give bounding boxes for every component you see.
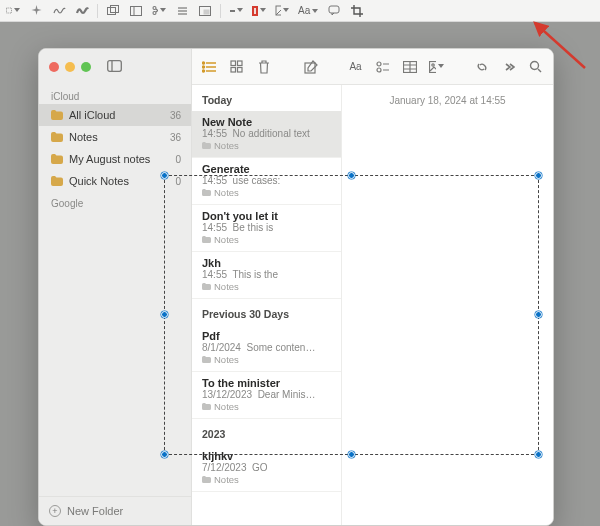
notes-group-label: Previous 30 Days xyxy=(192,299,341,325)
note-title: Don't you let it xyxy=(202,210,331,222)
sidebar-item-label: Notes xyxy=(69,131,98,143)
close-window-icon[interactable] xyxy=(49,62,59,72)
text-style-icon[interactable]: Aa xyxy=(298,5,318,16)
trash-icon[interactable] xyxy=(256,59,271,74)
note-item[interactable]: Generate 14:55 use cases: Notes xyxy=(192,158,341,205)
svg-point-23 xyxy=(203,66,205,68)
svg-rect-2 xyxy=(111,6,119,13)
table-icon[interactable] xyxy=(402,59,417,74)
svg-rect-27 xyxy=(231,68,236,73)
more-icon[interactable] xyxy=(501,59,516,74)
svg-rect-25 xyxy=(231,61,236,66)
notes-window: iCloud All iCloud 36 Notes 36 My August … xyxy=(38,48,554,526)
sidebar: iCloud All iCloud 36 Notes 36 My August … xyxy=(39,49,192,525)
note-item[interactable]: Pdf 8/1/2024 Some conten… Notes xyxy=(192,325,341,372)
svg-point-30 xyxy=(377,62,381,66)
sidebar-item-count: 0 xyxy=(175,154,181,165)
scribble-icon[interactable] xyxy=(52,4,66,18)
svg-rect-17 xyxy=(108,61,122,72)
svg-rect-1 xyxy=(108,8,116,15)
folder-icon xyxy=(51,176,63,186)
notes-group-label: 2023 xyxy=(192,419,341,445)
sidebar-item-count: 0 xyxy=(175,176,181,187)
svg-rect-28 xyxy=(238,68,243,73)
svg-rect-11 xyxy=(204,10,209,14)
svg-line-14 xyxy=(276,6,281,15)
stroke-color-icon[interactable] xyxy=(252,4,266,18)
marker-icon[interactable] xyxy=(75,4,89,18)
note-item[interactable]: Jkh 14:55 This is the Notes xyxy=(192,252,341,299)
note-title: New Note xyxy=(202,116,331,128)
fill-color-icon[interactable] xyxy=(275,4,289,18)
note-item[interactable]: New Note 14:55 No additional text Notes xyxy=(192,111,341,158)
folder-icon xyxy=(51,132,63,142)
insert-window-icon[interactable] xyxy=(198,4,212,18)
list-view-icon[interactable] xyxy=(202,59,217,74)
new-folder-label: New Folder xyxy=(67,505,123,517)
sidebar-item-my-august-notes[interactable]: My August notes 0 xyxy=(39,148,191,170)
grid-view-icon[interactable] xyxy=(229,59,244,74)
screenshot-toolbar: Aa xyxy=(0,0,600,22)
area-select-icon[interactable] xyxy=(6,4,20,18)
svg-point-6 xyxy=(153,12,156,15)
new-folder-button[interactable]: + New Folder xyxy=(39,496,191,525)
sidebar-item-count: 36 xyxy=(170,110,181,121)
sidebar-item-quick-notes[interactable]: Quick Notes 0 xyxy=(39,170,191,192)
window-controls xyxy=(39,49,191,85)
scissors-icon[interactable] xyxy=(152,4,166,18)
line-weight-icon[interactable] xyxy=(229,4,243,18)
windows-icon[interactable] xyxy=(106,4,120,18)
compose-icon[interactable] xyxy=(303,59,318,74)
svg-rect-15 xyxy=(329,6,339,13)
sidebar-item-all-icloud[interactable]: All iCloud 36 xyxy=(39,104,191,126)
note-item[interactable]: To the minister 13/12/2023 Dear Minis… N… xyxy=(192,372,341,419)
folder-icon xyxy=(51,110,63,120)
zoom-window-icon[interactable] xyxy=(81,62,91,72)
sparkle-icon[interactable] xyxy=(29,4,43,18)
sidebar-item-notes[interactable]: Notes 36 xyxy=(39,126,191,148)
sidebar-section-label: Google xyxy=(39,192,191,211)
note-editor[interactable]: January 18, 2024 at 14:55 xyxy=(342,85,553,525)
sidebar-item-label: All iCloud xyxy=(69,109,115,121)
sidebar-item-count: 36 xyxy=(170,132,181,143)
checklist-icon[interactable] xyxy=(375,59,390,74)
folder-icon xyxy=(51,154,63,164)
sidebar-item-label: Quick Notes xyxy=(69,175,129,187)
search-icon[interactable] xyxy=(528,59,543,74)
svg-line-41 xyxy=(538,69,541,72)
note-title: Jkh xyxy=(202,257,331,269)
svg-point-22 xyxy=(203,62,205,64)
svg-rect-0 xyxy=(7,8,12,13)
notes-toolbar: Aa xyxy=(192,49,553,85)
svg-point-39 xyxy=(432,63,434,65)
note-item[interactable]: kljhkv 7/12/2023 GO Notes xyxy=(192,445,341,492)
plus-circle-icon: + xyxy=(49,505,61,517)
note-timestamp: January 18, 2024 at 14:55 xyxy=(356,95,539,106)
sidebar-item-label: My August notes xyxy=(69,153,150,165)
note-item[interactable]: Don't you let it 14:55 Be this is Notes xyxy=(192,205,341,252)
text-format-icon[interactable]: Aa xyxy=(348,59,363,74)
svg-point-32 xyxy=(377,68,381,72)
crop-icon[interactable] xyxy=(350,4,364,18)
svg-rect-26 xyxy=(238,61,243,66)
svg-point-40 xyxy=(531,62,539,70)
sidebar-toggle-icon[interactable] xyxy=(107,58,122,76)
lines-icon[interactable] xyxy=(175,4,189,18)
note-title: To the minister xyxy=(202,377,331,389)
note-title: Generate xyxy=(202,163,331,175)
minimize-window-icon[interactable] xyxy=(65,62,75,72)
main-area: Aa Today New Note 14:55 No additional te… xyxy=(192,49,553,525)
link-icon[interactable] xyxy=(474,59,489,74)
svg-point-24 xyxy=(203,70,205,72)
svg-point-5 xyxy=(153,7,156,10)
notes-list[interactable]: Today New Note 14:55 No additional text … xyxy=(192,85,342,525)
sidebar-icon[interactable] xyxy=(129,4,143,18)
sidebar-section-label: iCloud xyxy=(39,85,191,104)
media-icon[interactable] xyxy=(429,59,444,74)
svg-rect-3 xyxy=(131,6,142,15)
note-title: kljhkv xyxy=(202,450,331,462)
notes-group-label: Today xyxy=(192,85,341,111)
note-title: Pdf xyxy=(202,330,331,342)
annotation-icon[interactable] xyxy=(327,4,341,18)
